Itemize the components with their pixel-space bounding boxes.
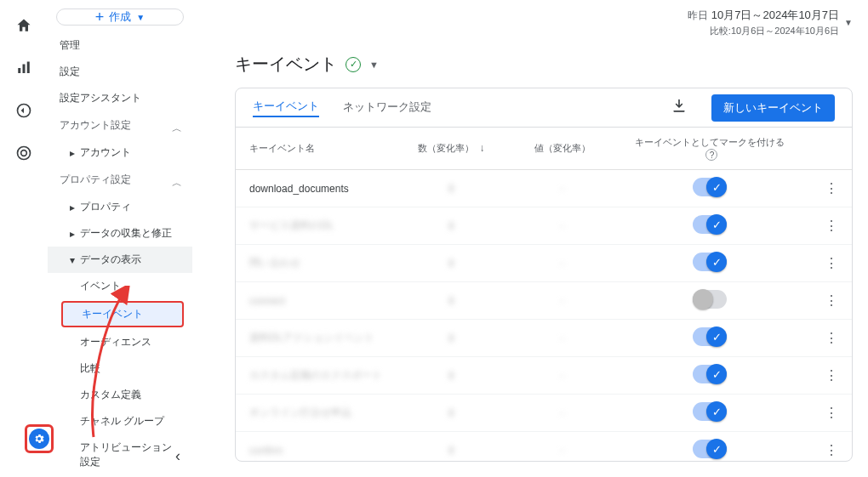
event-name-cell: サービス資料のDL (236, 207, 396, 245)
row-menu-icon[interactable]: ⋮ (825, 406, 838, 420)
table-row: confirm8-✓⋮ (236, 432, 852, 463)
main-content: 昨日 10月7日～2024年10月7日 比較:10月6日～2024年10月6日 … (192, 0, 868, 477)
row-menu-icon[interactable]: ⋮ (825, 293, 838, 308)
nav-leaf-audiences[interactable]: オーディエンス (48, 329, 192, 355)
event-name-cell: 問い合わせ (236, 245, 396, 282)
chevron-right-icon: ▸ (70, 228, 75, 240)
mark-toggle[interactable]: ✓ (693, 215, 727, 234)
nav-leaf-comparisons[interactable]: 比較 (48, 355, 192, 382)
mark-toggle[interactable]: ✓ (693, 440, 727, 458)
tab-network-settings[interactable]: ネットワーク設定 (343, 99, 431, 116)
mark-toggle[interactable] (693, 290, 727, 309)
table-row: connect8-⋮ (236, 282, 852, 320)
sort-down-icon[interactable]: ↓ (474, 142, 484, 154)
nav-item-settings[interactable]: 設定 (48, 59, 192, 85)
admin-panel: + 作成 ▼ 管理 設定 設定アシスタント アカウント設定 ︿ ▸ アカウント … (48, 0, 192, 477)
nav-section-property[interactable]: プロパティ設定 ︿ (48, 166, 192, 194)
nav-leaf-key-events[interactable]: キーイベント (61, 301, 184, 327)
chevron-down-icon[interactable]: ▼ (369, 60, 379, 70)
new-key-event-button[interactable]: 新しいキーイベント (711, 94, 835, 122)
mark-toggle[interactable]: ✓ (693, 365, 727, 383)
row-menu-icon[interactable]: ⋮ (825, 219, 838, 233)
check-circle-icon: ✓ (345, 57, 361, 72)
nav-rail (0, 0, 48, 477)
tab-key-events[interactable]: キーイベント (253, 99, 319, 117)
svg-point-5 (21, 150, 27, 156)
col-mark: キーイベントとしてマークを付ける? (618, 128, 802, 170)
create-label: 作成 (109, 9, 131, 25)
nav-sub-property[interactable]: ▸ プロパティ (48, 194, 192, 220)
table-row: 資料DLアクションイベント8-✓⋮ (236, 320, 852, 357)
nav-leaf-custom-defs[interactable]: カスタム定義 (48, 382, 192, 408)
advertising-icon[interactable] (9, 138, 39, 168)
event-name-cell: download_documents (236, 170, 396, 207)
key-events-card: キーイベント ネットワーク設定 新しいキーイベント キーイベント名 数（変化率）… (235, 88, 853, 462)
event-name-cell: カスタム定義のエクスポート (236, 357, 396, 395)
row-menu-icon[interactable]: ⋮ (825, 256, 838, 270)
svg-point-4 (18, 147, 31, 160)
event-name-cell: confirm (236, 432, 396, 463)
plus-icon: + (95, 9, 105, 25)
help-icon[interactable]: ? (705, 149, 717, 161)
nav-item-setup-assistant[interactable]: 設定アシスタント (48, 85, 192, 111)
event-name-cell: オンライン打合せ申込 (236, 395, 396, 432)
row-menu-icon[interactable]: ⋮ (825, 443, 838, 457)
chevron-down-icon: ▾ (70, 254, 75, 266)
event-name-cell: connect (236, 282, 396, 320)
collapse-panel-icon[interactable]: ‹ (175, 447, 180, 465)
row-menu-icon[interactable]: ⋮ (825, 181, 838, 196)
chevron-right-icon: ▸ (70, 202, 75, 213)
chevron-down-icon: ▼ (844, 16, 853, 29)
explore-icon[interactable] (9, 95, 39, 126)
mark-toggle[interactable]: ✓ (693, 178, 727, 196)
svg-rect-1 (23, 65, 26, 74)
nav-sub-data-display[interactable]: ▾ データの表示 (48, 247, 192, 273)
row-menu-icon[interactable]: ⋮ (825, 368, 838, 383)
nav-leaf-events[interactable]: イベント (48, 273, 192, 299)
chevron-up-icon: ︿ (172, 122, 180, 130)
nav-sub-account[interactable]: ▸ アカウント (48, 139, 192, 166)
nav-sub-data-collection[interactable]: ▸ データの収集と修正 (48, 220, 192, 247)
gear-icon[interactable] (29, 429, 49, 449)
col-count: 数（変化率）↓ (396, 128, 506, 170)
chevron-down-icon: ▼ (136, 13, 145, 22)
table-row: カスタム定義のエクスポート8-✓⋮ (236, 357, 852, 395)
page-title: キーイベント (235, 53, 337, 76)
mark-toggle[interactable]: ✓ (693, 327, 727, 346)
row-menu-icon[interactable]: ⋮ (825, 331, 838, 345)
event-name-cell: 資料DLアクションイベント (236, 320, 396, 357)
home-icon[interactable] (9, 10, 39, 41)
bar-chart-icon[interactable] (9, 53, 39, 83)
date-range-picker[interactable]: 昨日 10月7日～2024年10月7日 比較:10月6日～2024年10月6日 … (688, 7, 853, 37)
mark-toggle[interactable]: ✓ (693, 402, 727, 421)
nav-item-admin[interactable]: 管理 (48, 32, 192, 59)
nav-leaf-attribution[interactable]: アトリビューション設定 (48, 434, 192, 475)
table-row: オンライン打合せ申込8-✓⋮ (236, 395, 852, 432)
table-row: download_documents8-✓⋮ (236, 170, 852, 207)
chevron-right-icon: ▸ (70, 147, 75, 159)
svg-rect-0 (18, 68, 20, 73)
table-row: サービス資料のDL8-✓⋮ (236, 207, 852, 245)
chevron-up-icon: ︿ (172, 176, 180, 185)
table-row: 問い合わせ8-✓⋮ (236, 245, 852, 282)
svg-rect-2 (27, 62, 30, 74)
create-button[interactable]: + 作成 ▼ (56, 9, 184, 26)
mark-toggle[interactable]: ✓ (693, 253, 727, 271)
download-icon[interactable] (671, 98, 688, 118)
nav-leaf-channel-groups[interactable]: チャネル グループ (48, 408, 192, 434)
col-value: 値（変化率） (507, 128, 618, 170)
col-name: キーイベント名 (236, 128, 396, 170)
nav-section-account[interactable]: アカウント設定 ︿ (48, 111, 192, 139)
key-events-table: キーイベント名 数（変化率）↓ 値（変化率） キーイベントとしてマークを付ける?… (236, 128, 852, 462)
